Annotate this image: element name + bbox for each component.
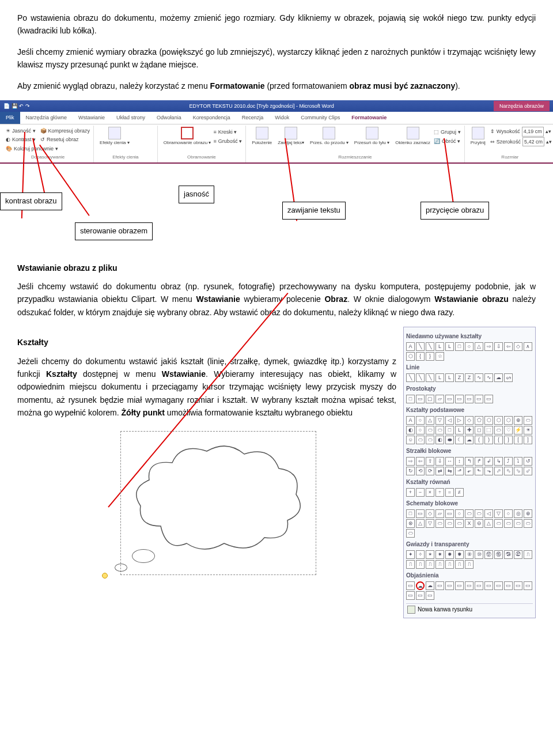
intro-text: Po wstawienia obrazu do dokumentu, możem… (17, 12, 536, 92)
context-tab-label: Narzędzia obrazów (494, 101, 550, 111)
shadow-effects-button[interactable]: Efekty cienia ▾ (97, 127, 132, 147)
position-button[interactable]: Położenie (249, 127, 274, 147)
dashes-button[interactable]: ≡ Kreski ▾ (213, 128, 242, 136)
new-canvas-icon (407, 606, 415, 614)
tab-layout[interactable]: Układ strony (111, 112, 151, 123)
qat-icon: 📄 💾 ↶ ↷ (3, 102, 30, 110)
picture-border-button[interactable]: Obramowanie obrazu ▾ (161, 127, 214, 147)
annot-brightness: jasność (179, 186, 214, 203)
width-field[interactable]: ⇔ Szerokość 5,42 cm ▴▾ (490, 137, 552, 146)
send-back-button[interactable]: Przesuń do tyłu ▾ (352, 127, 392, 147)
group-button[interactable]: ⬚ Grupuj ▾ (434, 128, 461, 136)
shapes-panel: Niedawno używane kształty A╲╲LL□○△⇨⇩⇦ ◇∧… (403, 327, 536, 618)
annot-wrap: zawijanie tekstu (282, 202, 346, 220)
rects-row[interactable]: □▭▢▱▭▭▭▭▭ (406, 395, 533, 403)
ribbon-tabs: Plik Narzędzia główne Wstawianie Układ s… (0, 112, 553, 124)
tab-format[interactable]: Formatowanie (346, 112, 392, 123)
contrast-button[interactable]: ◐ Kontrast ▾ ↺ Resetuj obraz (6, 135, 90, 143)
eq-row[interactable]: +−×÷=≠ (406, 488, 533, 497)
rotate-button[interactable]: 🔄 Obróć ▾ (434, 137, 461, 145)
tab-insert[interactable]: Wstawianie (73, 112, 111, 123)
recolor-button[interactable]: 🎨 Koloruj ponownie ▾ (6, 145, 90, 153)
new-canvas-button[interactable]: Nowa kanwa rysunku (406, 603, 533, 615)
group-shadow: Efekty cienia ▾ Efekty cienia (94, 126, 158, 162)
yellow-point-icon (102, 573, 108, 579)
annot-contrast: kontrast obrazu (0, 192, 62, 210)
tab-mail[interactable]: Korespondencja (187, 112, 236, 123)
group-border: Obramowanie obrazu ▾ ≡ Kreski ▾ ≡ Gruboś… (158, 126, 247, 162)
recent-shapes-row[interactable]: A╲╲LL□○△⇨⇩⇦ ◇∧⬡{}☆ (406, 342, 533, 361)
wrap-text-button[interactable]: Zawijaj teks▾ (275, 127, 306, 147)
group-arrange: Położenie Zawijaj teks▾ Przes. do przodu… (246, 126, 464, 162)
weight-button[interactable]: ≡ Grubość ▾ (213, 137, 242, 145)
cloud-drawing (97, 431, 316, 581)
basic-row[interactable]: A○△▽◁▷◇⬠⬡⬡⬡ ⊕⬭◐○⬭⬭□L✚◻⬚ ⬭♡⚡☀☺⬭⬭◐⬬☾☁ (){}… (406, 416, 533, 444)
tab-review[interactable]: Recenzja (236, 112, 270, 123)
group-size: Przytnij ⇕ Wysokość 4,19 cm ▴▾ ⇔ Szeroko… (465, 126, 553, 162)
selection-pane-button[interactable]: Okienko zaznacz (393, 127, 433, 147)
tab-references[interactable]: Odwołania (151, 112, 187, 123)
section-shapes: Kształty Jeżeli chcemy do dokumentu wsta… (17, 327, 536, 618)
arrows-row[interactable]: ⇨⇦⇧⇩↔↕↰↱↲↳⤴ ⤵↺↻⟲⟳⇄⇆⬏⬐⬑⬎ ⬀⬁⬂⬃ (406, 457, 533, 475)
window-title: EDYTOR TEKSTU 2010.doc [Tryb zgodności] … (30, 102, 494, 110)
lines-row[interactable]: ╲╲╲LLZZ∿∿☁ᔕ (406, 373, 533, 382)
height-field[interactable]: ⇕ Wysokość 4,19 cm ▴▾ (490, 127, 552, 136)
tab-file[interactable]: Plik (0, 112, 20, 123)
callouts-row[interactable]: ▭☁☁▭▭▭▭▭▭ ▭▭▭▭▭▭▭ (406, 581, 533, 600)
crop-button[interactable]: Przytnij (468, 127, 488, 147)
bring-forward-button[interactable]: Przes. do przodu ▾ (308, 127, 351, 147)
ribbon-screenshot: 📄 💾 ↶ ↷ EDYTOR TEKSTU 2010.doc [Tryb zgo… (0, 100, 553, 164)
flow-row[interactable]: □▭◇▱▭○⬭⬭◁▽○ ◎⊕⊗△▽⬭⬭⬭X⊖△ ⬭⬭⬭⬭⬭ (406, 509, 533, 538)
tab-view[interactable]: Widok (269, 112, 295, 123)
stars-row[interactable]: ✦✧✶✷✸✹⑧⑩⑫⑯㉔㉜ ⎍⎍⎍⎍⎍⎍⎍⎍ (406, 550, 533, 569)
brightness-button[interactable]: ☀ Jasność ▾ 📦 Kompresuj obrazy (6, 127, 90, 135)
annotation-area: kontrast obrazu jasność zawijanie tekstu… (17, 181, 536, 250)
tab-community[interactable]: Community Clips (295, 112, 346, 123)
section-insert-image: Wstawianie obrazu z pliku Jeśli chcemy w… (17, 262, 536, 319)
annot-crop: przycięcie obrazu (421, 202, 489, 220)
annot-steer: sterowanie obrazem (75, 222, 153, 240)
tab-home[interactable]: Narzędzia główne (20, 112, 73, 123)
selected-callout-icon: ☁ (416, 581, 425, 590)
